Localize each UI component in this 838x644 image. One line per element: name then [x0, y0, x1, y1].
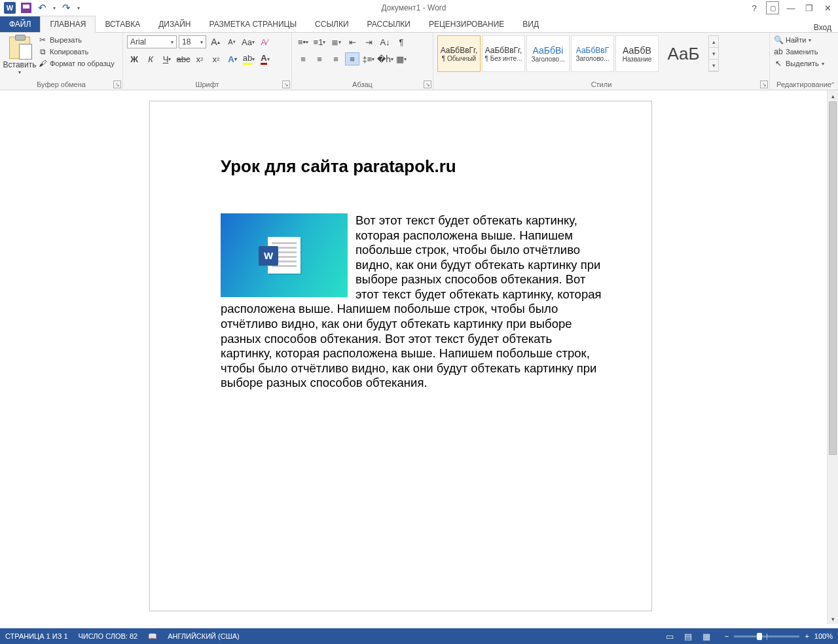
decrease-indent-icon[interactable]: ⇤ [345, 35, 359, 48]
document-body: W Вот этот текст будет обтекать картинку… [221, 213, 604, 391]
zoom-slider[interactable] [734, 635, 799, 637]
zoom-in-button[interactable]: + [805, 632, 809, 640]
font-name-input[interactable]: Arial▾ [127, 35, 177, 48]
group-styles: АаБбВвГг,¶ Обычный АаБбВвГг,¶ Без инте..… [433, 33, 770, 90]
proofing-icon[interactable]: 📖 [148, 632, 157, 641]
tab-references[interactable]: ССЫЛКИ [306, 16, 357, 32]
align-center-icon[interactable]: ≡ [312, 52, 327, 65]
strikethrough-button[interactable]: abc [176, 52, 191, 65]
restore-icon[interactable]: ❐ [803, 1, 816, 14]
cut-button[interactable]: ✂Вырезать [38, 35, 115, 45]
superscript-button[interactable]: x2 [209, 52, 223, 65]
sign-in-link[interactable]: Вход [814, 23, 831, 32]
line-spacing-icon[interactable]: ‡≡▾ [361, 52, 376, 65]
find-button[interactable]: 🔍Найти▾ [774, 35, 824, 45]
style-title[interactable]: АаБбВНазвание [615, 35, 659, 72]
bullets-icon[interactable]: ≡•▾ [296, 35, 310, 48]
sort-icon[interactable]: A↓ [378, 35, 392, 48]
underline-button[interactable]: Ч▾ [160, 52, 174, 65]
style-normal[interactable]: АаБбВвГг,¶ Обычный [437, 35, 481, 72]
word-document-icon: W [268, 237, 301, 274]
paste-button[interactable]: Вставить ▾ [4, 35, 35, 75]
shading-icon[interactable]: �һ▾ [378, 52, 392, 65]
select-button[interactable]: ↖Выделить▾ [774, 59, 824, 68]
group-editing: 🔍Найти▾ abЗаменить ↖Выделить▾ Редактиров… [770, 33, 838, 90]
grow-font-icon[interactable]: A▴ [208, 35, 223, 48]
undo-dropdown-icon[interactable]: ▾ [53, 5, 56, 11]
scroll-down-icon[interactable]: ▾ [709, 48, 718, 60]
read-mode-icon[interactable]: ▭ [662, 630, 678, 642]
wrapped-image[interactable]: W [221, 213, 348, 297]
align-right-icon[interactable]: ≡ [329, 52, 343, 65]
tab-design[interactable]: ДИЗАЙН [149, 16, 200, 32]
print-layout-icon[interactable]: ▤ [680, 630, 696, 642]
highlight-color-icon[interactable]: ab▾ [242, 52, 256, 65]
ribbon-tabs: ФАЙЛ ГЛАВНАЯ ВСТАВКА ДИЗАЙН РАЗМЕТКА СТР… [0, 16, 838, 33]
group-label: Буфер обмена [4, 79, 118, 90]
undo-icon[interactable]: ↶ [37, 2, 48, 14]
tab-review[interactable]: РЕЦЕНЗИРОВАНИЕ [420, 16, 513, 32]
redo-icon[interactable]: ↷ [61, 2, 72, 14]
style-heading2[interactable]: АаБбВвГЗаголово... [571, 35, 614, 72]
font-color-icon[interactable]: A▾ [258, 52, 272, 65]
styles-scroll: ▴ ▾ ▾ [708, 35, 719, 72]
collapse-ribbon-icon[interactable]: ⌃ [830, 81, 835, 88]
word-app-icon: W [4, 2, 16, 14]
align-left-icon[interactable]: ≡ [296, 52, 310, 65]
ribbon-display-options-icon[interactable]: ▢ [766, 1, 779, 14]
shrink-font-icon[interactable]: A▾ [225, 35, 239, 48]
dialog-launcher-icon[interactable]: ↘ [424, 80, 431, 88]
tab-insert[interactable]: ВСТАВКА [96, 16, 149, 32]
group-paragraph: ≡•▾ ≡1▾ ≣▾ ⇤ ⇥ A↓ ¶ ≡ ≡ ≡ ≡ ‡≡▾ �һ▾ ▦▾ [292, 33, 433, 90]
page-indicator[interactable]: СТРАНИЦА 1 ИЗ 1 [5, 632, 68, 640]
style-no-spacing[interactable]: АаБбВвГг,¶ Без инте... [482, 35, 525, 72]
italic-button[interactable]: К [143, 52, 158, 65]
binoculars-icon: 🔍 [774, 35, 783, 45]
scroll-up-icon[interactable]: ▴ [828, 90, 838, 101]
save-icon[interactable] [21, 3, 31, 13]
change-case-icon[interactable]: Aa▾ [241, 35, 255, 48]
borders-icon[interactable]: ▦▾ [394, 52, 409, 65]
styles-gallery[interactable]: АаБбВвГг,¶ Обычный АаБбВвГг,¶ Без инте..… [437, 35, 719, 72]
document-heading: Урок для сайта paratapok.ru [221, 156, 604, 177]
style-heading1[interactable]: АаБбВіЗаголово... [526, 35, 570, 72]
dialog-launcher-icon[interactable]: ↘ [760, 80, 768, 88]
close-icon[interactable]: ✕ [821, 1, 834, 14]
replace-button[interactable]: abЗаменить [774, 47, 824, 56]
tab-home[interactable]: ГЛАВНАЯ [40, 16, 96, 33]
scroll-thumb[interactable] [829, 101, 837, 455]
vertical-scrollbar[interactable]: ▴ ▾ [827, 90, 838, 624]
increase-indent-icon[interactable]: ⇥ [361, 35, 376, 48]
scroll-down-icon[interactable]: ▾ [828, 613, 838, 624]
word-badge-icon: W [259, 246, 278, 266]
word-count[interactable]: ЧИСЛО СЛОВ: 82 [79, 632, 138, 640]
help-icon[interactable]: ? [748, 1, 761, 14]
tab-layout[interactable]: РАЗМЕТКА СТРАНИЦЫ [200, 16, 306, 32]
document-area: Урок для сайта paratapok.ru W Вот этот т… [0, 90, 838, 624]
web-layout-icon[interactable]: ▦ [699, 630, 714, 642]
dialog-launcher-icon[interactable]: ↘ [282, 80, 290, 88]
tab-file[interactable]: ФАЙЛ [0, 16, 40, 32]
text-effects-icon[interactable]: A▾ [225, 52, 240, 65]
show-marks-icon[interactable]: ¶ [394, 35, 409, 48]
justify-icon[interactable]: ≡ [345, 52, 359, 65]
language-indicator[interactable]: АНГЛИЙСКИЙ (США) [168, 632, 240, 640]
tab-view[interactable]: ВИД [513, 16, 548, 32]
tab-mailings[interactable]: РАССЫЛКИ [358, 16, 420, 32]
zoom-out-button[interactable]: − [725, 632, 729, 640]
styles-more-icon[interactable]: ▾ [709, 60, 718, 71]
format-painter-button[interactable]: 🖌Формат по образцу [38, 59, 115, 68]
window-title: Документ1 - Word [80, 3, 748, 12]
clear-formatting-icon[interactable]: A⁄ [257, 35, 272, 48]
page[interactable]: Урок для сайта paratapok.ru W Вот этот т… [149, 101, 652, 611]
numbering-icon[interactable]: ≡1▾ [312, 35, 327, 48]
copy-button[interactable]: ⧉Копировать [38, 47, 115, 56]
minimize-icon[interactable]: — [784, 1, 797, 14]
multilevel-list-icon[interactable]: ≣▾ [329, 35, 343, 48]
font-size-input[interactable]: 18▾ [179, 35, 206, 48]
subscript-button[interactable]: x2 [192, 52, 207, 65]
scroll-up-icon[interactable]: ▴ [709, 36, 718, 48]
dialog-launcher-icon[interactable]: ↘ [113, 80, 121, 88]
bold-button[interactable]: Ж [127, 52, 141, 65]
zoom-level[interactable]: 100% [814, 632, 833, 640]
